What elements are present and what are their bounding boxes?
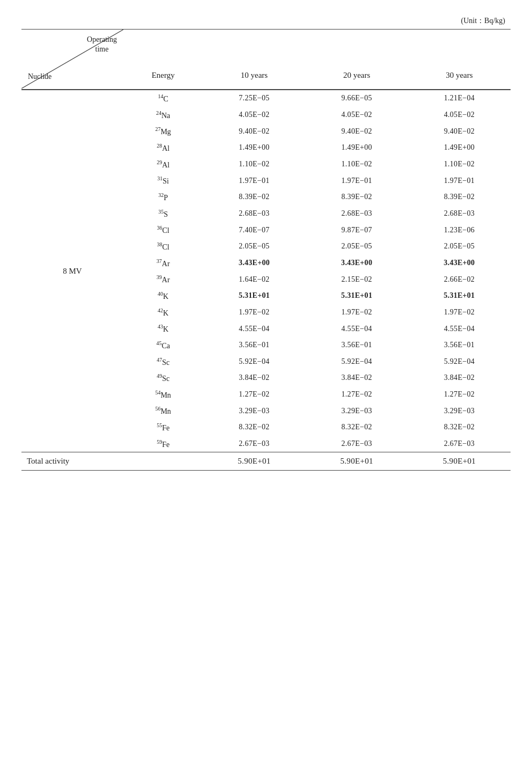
value-v10-cell: 1.97E−02	[203, 304, 305, 321]
value-v30-cell: 1.49E+00	[408, 140, 511, 156]
nuclide-cell: 38Cl	[123, 238, 203, 255]
value-v20-cell: 9.40E−02	[306, 123, 408, 140]
value-v10-cell: 8.32E−02	[203, 419, 305, 436]
value-v30-cell: 2.68E−03	[408, 206, 511, 222]
value-v10-cell: 5.92E−04	[203, 354, 305, 370]
value-v20-cell: 1.10E−02	[306, 156, 408, 173]
value-v10-cell: 1.10E−02	[203, 156, 305, 173]
nuclide-cell: 59Fe	[123, 436, 203, 452]
main-table: Operatingtime Nuclide Energy 10 years 20…	[21, 29, 511, 471]
nuclide-cell: 42K	[123, 304, 203, 321]
value-v20-cell: 9.87E−07	[306, 222, 408, 238]
value-v10-cell: 8.39E−02	[203, 189, 305, 206]
value-v30-cell: 2.66E−02	[408, 271, 511, 288]
col-10yr-header: 10 years	[203, 30, 305, 89]
nuclide-cell: 43K	[123, 320, 203, 337]
total-row: Total activity 5.90E+01 5.90E+01 5.90E+0…	[21, 452, 511, 471]
nuclide-cell: 39Ar	[123, 271, 203, 288]
value-v20-cell: 1.97E−01	[306, 172, 408, 189]
energy-cell: 8 MV	[21, 90, 123, 452]
value-v30-cell: 1.10E−02	[408, 156, 511, 173]
nuclide-cell: 29Al	[123, 156, 203, 173]
total-10yr: 5.90E+01	[203, 452, 305, 471]
nuclide-label: Nuclide	[28, 72, 51, 81]
value-v10-cell: 2.05E−05	[203, 238, 305, 255]
nuclide-cell: 24Na	[123, 107, 203, 123]
value-v20-cell: 2.05E−05	[306, 238, 408, 255]
value-v10-cell: 4.05E−02	[203, 107, 305, 123]
value-v20-cell: 4.05E−02	[306, 107, 408, 123]
value-v20-cell: 1.97E−02	[306, 304, 408, 321]
value-v10-cell: 5.31E+01	[203, 288, 305, 304]
nuclide-cell: 36Cl	[123, 222, 203, 238]
value-v30-cell: 4.55E−04	[408, 320, 511, 337]
nuclide-cell: 32P	[123, 189, 203, 206]
col-20yr-header: 20 years	[306, 30, 408, 89]
diagonal-header: Operatingtime Nuclide	[21, 30, 123, 89]
value-v10-cell: 2.67E−03	[203, 436, 305, 452]
value-v10-cell: 1.49E+00	[203, 140, 305, 156]
value-v10-cell: 3.43E+00	[203, 255, 305, 272]
value-v20-cell: 1.27E−02	[306, 386, 408, 403]
value-v20-cell: 3.84E−02	[306, 370, 408, 386]
value-v20-cell: 4.55E−04	[306, 320, 408, 337]
nuclide-cell: 28Al	[123, 140, 203, 156]
value-v30-cell: 1.97E−02	[408, 304, 511, 321]
energy-header: Energy	[123, 30, 203, 89]
value-v10-cell: 1.27E−02	[203, 386, 305, 403]
value-v10-cell: 3.84E−02	[203, 370, 305, 386]
nuclide-cell: 49Sc	[123, 370, 203, 386]
value-v10-cell: 9.40E−02	[203, 123, 305, 140]
nuclide-cell: 56Mn	[123, 402, 203, 419]
value-v30-cell: 9.40E−02	[408, 123, 511, 140]
nuclide-cell: 55Fe	[123, 419, 203, 436]
header-row: Operatingtime Nuclide Energy 10 years 20…	[21, 30, 511, 89]
value-v30-cell: 2.67E−03	[408, 436, 511, 452]
nuclide-cell: 47Sc	[123, 354, 203, 370]
value-v20-cell: 1.49E+00	[306, 140, 408, 156]
table-row: 8 MV14C7.25E−059.66E−051.21E−04	[21, 90, 511, 107]
nuclide-cell: 40K	[123, 288, 203, 304]
value-v20-cell: 9.66E−05	[306, 90, 408, 107]
value-v10-cell: 7.40E−07	[203, 222, 305, 238]
value-v30-cell: 1.21E−04	[408, 90, 511, 107]
nuclide-cell: 45Ca	[123, 337, 203, 354]
value-v20-cell: 8.39E−02	[306, 189, 408, 206]
total-20yr: 5.90E+01	[306, 452, 408, 471]
nuclide-cell: 54Mn	[123, 386, 203, 403]
value-v10-cell: 4.55E−04	[203, 320, 305, 337]
value-v20-cell: 2.68E−03	[306, 206, 408, 222]
value-v30-cell: 3.43E+00	[408, 255, 511, 272]
nuclide-cell: 14C	[123, 90, 203, 107]
value-v20-cell: 5.92E−04	[306, 354, 408, 370]
operating-time-label: Operatingtime	[87, 35, 117, 54]
value-v30-cell: 8.39E−02	[408, 189, 511, 206]
unit-label: (Unit：Bq/kg)	[21, 16, 511, 26]
value-v30-cell: 5.92E−04	[408, 354, 511, 370]
col-30yr-header: 30 years	[408, 30, 511, 89]
value-v30-cell: 4.05E−02	[408, 107, 511, 123]
value-v30-cell: 3.29E−03	[408, 402, 511, 419]
value-v20-cell: 3.56E−01	[306, 337, 408, 354]
value-v30-cell: 8.32E−02	[408, 419, 511, 436]
value-v10-cell: 3.56E−01	[203, 337, 305, 354]
value-v10-cell: 2.68E−03	[203, 206, 305, 222]
value-v10-cell: 3.29E−03	[203, 402, 305, 419]
value-v30-cell: 3.56E−01	[408, 337, 511, 354]
value-v20-cell: 5.31E+01	[306, 288, 408, 304]
value-v30-cell: 1.27E−02	[408, 386, 511, 403]
value-v30-cell: 1.97E−01	[408, 172, 511, 189]
value-v30-cell: 2.05E−05	[408, 238, 511, 255]
value-v20-cell: 2.67E−03	[306, 436, 408, 452]
value-v10-cell: 7.25E−05	[203, 90, 305, 107]
total-30yr: 5.90E+01	[408, 452, 511, 471]
value-v20-cell: 2.15E−02	[306, 271, 408, 288]
value-v20-cell: 3.43E+00	[306, 255, 408, 272]
value-v30-cell: 5.31E+01	[408, 288, 511, 304]
value-v30-cell: 1.23E−06	[408, 222, 511, 238]
nuclide-cell: 27Mg	[123, 123, 203, 140]
nuclide-cell: 35S	[123, 206, 203, 222]
nuclide-cell: 37Ar	[123, 255, 203, 272]
value-v20-cell: 8.32E−02	[306, 419, 408, 436]
value-v20-cell: 3.29E−03	[306, 402, 408, 419]
